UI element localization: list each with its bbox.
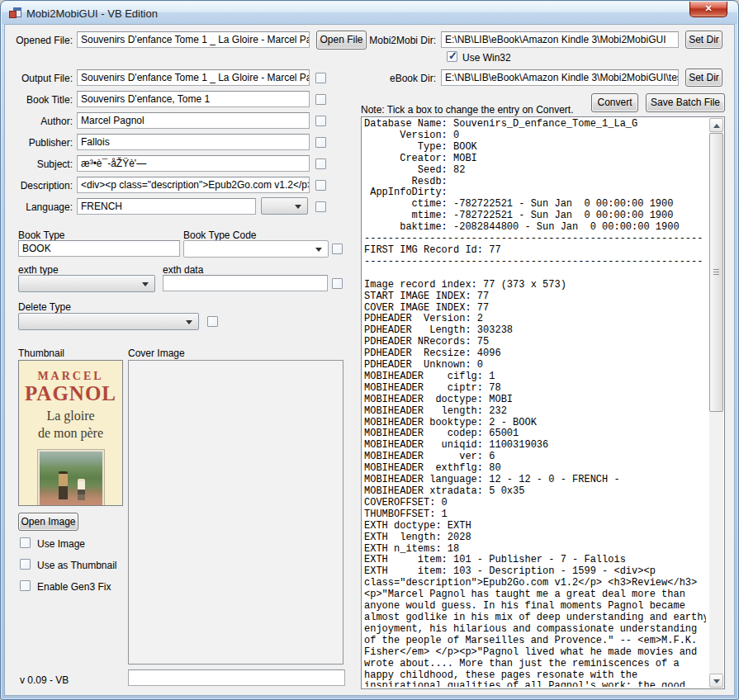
thumbnail-label: Thumbnail: [18, 348, 64, 359]
status-input[interactable]: [128, 669, 345, 686]
chevron-down-icon: [295, 205, 301, 209]
book-type-code-label: Book Type Code: [183, 229, 257, 241]
cover-image-box: [128, 360, 343, 665]
language-label: Language:: [7, 201, 73, 213]
enable-gen3-fix-label: Enable Gen3 Fix: [37, 581, 111, 593]
author-checkbox[interactable]: [315, 116, 326, 126]
scroll-up-icon[interactable]: [709, 118, 723, 132]
ebook-dir-label: eBook Dir:: [367, 73, 436, 84]
exth-data-label: exth data: [163, 264, 203, 276]
use-as-thumbnail-checkbox[interactable]: [20, 559, 31, 570]
window-title: Mobi2MobiGUI - VB Edition: [26, 7, 158, 20]
delete-type-checkbox[interactable]: [207, 316, 218, 327]
save-batch-file-button[interactable]: Save Batch File: [646, 93, 725, 112]
mobi2mobi-dir-label: Mobi2Mobi Dir:: [367, 35, 436, 46]
cover-title: La gloirede mon père: [19, 407, 122, 442]
title-bar[interactable]: Mobi2MobiGUI - VB Edition ✕: [2, 2, 737, 24]
publisher-label: Publisher:: [7, 137, 73, 149]
thumbnail-picture: MARCEL PAGNOL La gloirede mon père: [18, 360, 123, 506]
book-type-label: Book Type: [18, 229, 64, 241]
vertical-scrollbar[interactable]: [709, 118, 723, 688]
use-image-checkbox[interactable]: [20, 537, 31, 548]
cover-figure-boy: [78, 479, 85, 500]
cover-photo: [38, 450, 104, 506]
delete-type-label: Delete Type: [18, 301, 71, 313]
chevron-down-icon: [142, 282, 149, 286]
output-file-checkbox[interactable]: [315, 73, 326, 83]
publisher-input[interactable]: Fallois: [77, 134, 310, 150]
chevron-down-icon: [315, 248, 322, 252]
delete-type-dropdown[interactable]: [18, 313, 199, 330]
description-checkbox[interactable]: [315, 180, 326, 191]
ebook-dir-input[interactable]: E:\NB\LIB\eBook\Amazon Kindle 3\Mobi2Mob…: [441, 69, 679, 86]
open-image-button[interactable]: Open Image: [18, 513, 78, 531]
scroll-down-icon[interactable]: [709, 674, 723, 688]
description-label: Description:: [7, 180, 73, 192]
language-dropdown[interactable]: [261, 197, 308, 215]
author-label: Author:: [7, 116, 73, 127]
description-input[interactable]: <div><p class="description">Epub2Go.com …: [77, 177, 310, 193]
open-file-button[interactable]: Open File: [316, 31, 367, 50]
use-win32-label: Use Win32: [462, 52, 511, 64]
exth-type-label: exth type: [18, 264, 59, 276]
book-title-label: Book Title:: [7, 94, 73, 106]
output-file-input[interactable]: Souvenirs D'enfance Tome 1 _ La Gloire -…: [77, 69, 310, 86]
scrollbar-thumb[interactable]: [709, 133, 723, 412]
set-dir-button[interactable]: Set Dir: [685, 31, 722, 49]
mobi2mobi-dir-input[interactable]: E:\NB\LIB\eBook\Amazon Kindle 3\Mobi2Mob…: [441, 31, 679, 48]
convert-button[interactable]: Convert: [591, 93, 638, 112]
enable-gen3-fix-checkbox[interactable]: [20, 580, 31, 591]
publisher-checkbox[interactable]: [315, 137, 326, 148]
cover-figure-man: [59, 471, 68, 499]
output-file-label: Output File:: [7, 73, 73, 84]
language-input[interactable]: FRENCH: [77, 198, 256, 215]
subject-label: Subject:: [7, 158, 73, 170]
set-dir-button-2[interactable]: Set Dir: [685, 69, 722, 87]
app-window: Mobi2MobiGUI - VB Edition ✕ Opened File:…: [0, 0, 739, 700]
use-win32-checkbox[interactable]: [447, 51, 457, 62]
subject-input[interactable]: æ³•è¯­-åŽŸè'—: [77, 155, 310, 172]
mobi-dump-text: Database Name: Souvenirs_D_enfance_Tome_…: [364, 119, 706, 687]
close-icon[interactable]: ✕: [689, 2, 727, 17]
exth-checkbox[interactable]: [332, 278, 343, 289]
exth-data-input[interactable]: [163, 275, 328, 291]
cover-author-line1: MARCEL: [19, 370, 122, 383]
cover-author-line2: PAGNOL: [19, 383, 122, 404]
book-type-code-checkbox[interactable]: [332, 244, 343, 254]
book-type-code-dropdown[interactable]: [183, 240, 329, 258]
use-image-label: Use Image: [37, 538, 85, 550]
author-input[interactable]: Marcel Pagnol: [77, 112, 310, 129]
version-label: v 0.09 - VB: [20, 674, 69, 686]
use-as-thumbnail-label: Use as Thumbnail: [37, 560, 117, 571]
chevron-down-icon: [186, 320, 192, 324]
book-title-checkbox[interactable]: [315, 94, 326, 105]
cover-image-label: Cover Image: [128, 348, 185, 359]
exth-type-dropdown[interactable]: [18, 275, 155, 292]
book-title-input[interactable]: Souvenirs D'enfance, Tome 1: [77, 91, 310, 107]
opened-file-input[interactable]: Souvenirs D'enfance Tome 1 _ La Gloire -…: [77, 31, 310, 48]
opened-file-label: Opened File:: [7, 35, 73, 46]
language-checkbox[interactable]: [315, 201, 326, 212]
book-type-input[interactable]: BOOK: [18, 240, 180, 257]
subject-checkbox[interactable]: [315, 158, 326, 169]
app-form-icon: [9, 7, 22, 20]
note-text: Note: Tick a box to change the entry on …: [361, 104, 573, 116]
